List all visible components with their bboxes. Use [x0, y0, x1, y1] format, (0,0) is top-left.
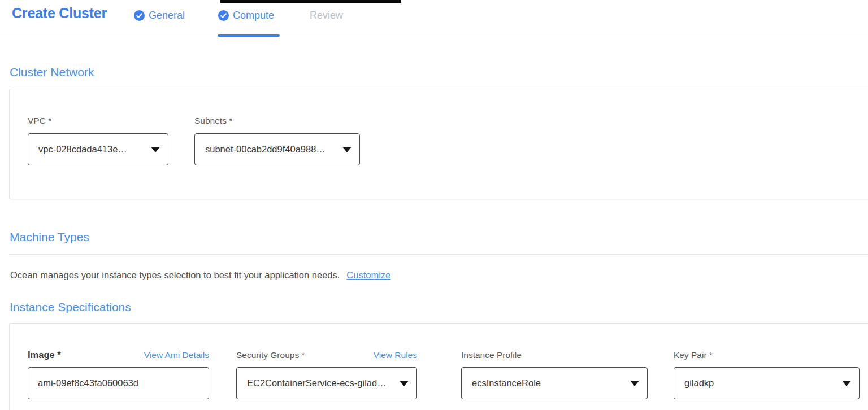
machine-types-description-text: Ocean manages your instance types select… [10, 270, 340, 280]
machine-types-description: Ocean manages your instance types select… [10, 270, 390, 281]
subnets-label: Subnets * [194, 115, 232, 126]
key-pair-dropdown-value: giladkp [684, 378, 714, 389]
dropdown-caret-icon [842, 381, 851, 386]
security-groups-dropdown[interactable]: EC2ContainerService-ecs-gilad… [236, 367, 417, 399]
instance-profile-dropdown-value: ecsInstanceRole [472, 378, 541, 389]
key-pair-dropdown[interactable]: giladkp [674, 367, 860, 399]
view-ami-details-link[interactable]: View Ami Details [144, 350, 209, 360]
create-cluster-page: Create Cluster General Compute Review Cl… [0, 0, 868, 410]
check-circle-icon [218, 10, 229, 21]
dropdown-caret-icon [151, 147, 160, 152]
vpc-dropdown[interactable]: vpc-028cdada413e… [28, 133, 168, 165]
page-title: Create Cluster [12, 5, 107, 21]
key-pair-label: Key Pair * [674, 350, 713, 360]
dropdown-caret-icon [400, 381, 409, 386]
image-input[interactable] [28, 367, 209, 399]
vpc-dropdown-value: vpc-028cdada413e… [38, 144, 127, 155]
dropdown-caret-icon [630, 381, 639, 386]
tab-review-label: Review [310, 10, 343, 21]
tab-review[interactable]: Review [310, 10, 343, 21]
subnets-dropdown[interactable]: subnet-00cab2dd9f40a988… [194, 133, 360, 165]
instance-specifications-heading: Instance Specifications [10, 300, 131, 314]
cluster-network-heading: Cluster Network [10, 66, 94, 79]
top-dark-strip [220, 0, 401, 3]
machine-types-divider [9, 254, 868, 255]
instance-profile-label: Instance Profile [461, 350, 522, 360]
image-label: Image * [28, 350, 61, 360]
tab-general-label: General [149, 10, 185, 21]
security-groups-dropdown-value: EC2ContainerService-ecs-gilad… [247, 378, 387, 389]
header-divider [0, 36, 868, 36]
tab-compute[interactable]: Compute [218, 10, 274, 21]
view-rules-link[interactable]: View Rules [374, 350, 417, 360]
dropdown-caret-icon [342, 147, 351, 152]
customize-link[interactable]: Customize [346, 270, 390, 280]
instance-profile-dropdown[interactable]: ecsInstanceRole [461, 367, 648, 399]
subnets-dropdown-value: subnet-00cab2dd9f40a988… [205, 144, 326, 155]
active-tab-underline [218, 34, 280, 37]
security-groups-label: Security Groups * [236, 350, 305, 360]
vpc-label: VPC * [28, 115, 51, 126]
instance-specifications-card: Image * View Ami Details Security Groups… [9, 323, 868, 410]
tab-compute-label: Compute [233, 10, 274, 21]
check-circle-icon [134, 10, 145, 21]
cluster-network-card: VPC * vpc-028cdada413e… Subnets * subnet… [9, 89, 868, 199]
machine-types-heading: Machine Types [10, 230, 89, 244]
tab-general[interactable]: General [134, 10, 185, 21]
